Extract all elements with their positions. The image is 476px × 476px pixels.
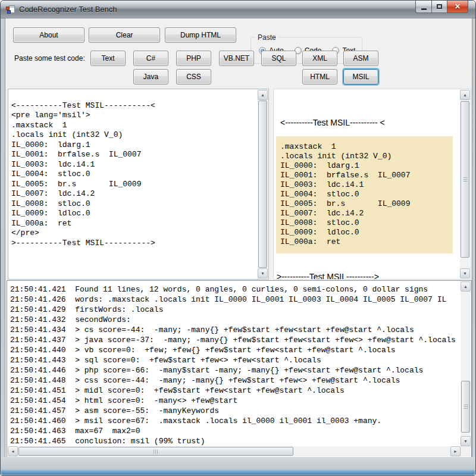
paste-button-sql[interactable]: SQL (261, 51, 296, 66)
app-icon (6, 5, 15, 14)
log-text: 21:50:41.421 Found 11 lines, 12 words, 0… (10, 284, 456, 446)
maximize-icon (437, 4, 442, 9)
arrow-up-icon: ▲ (463, 93, 467, 97)
scroll-up-button[interactable]: ▲ (460, 90, 470, 100)
paste-button-html[interactable]: HTML (302, 69, 337, 84)
scroll-up-button[interactable]: ▲ (461, 281, 471, 292)
close-button[interactable]: ✕ (447, 1, 468, 13)
clear-button[interactable]: Clear (89, 27, 160, 43)
arrow-down-icon: ▼ (261, 271, 265, 275)
paste-button-php[interactable]: PHP (176, 51, 211, 66)
preview-highlight-block: .maxstack 1 .locals init (int32 V_0) IL_… (276, 136, 453, 253)
scroll-thumb[interactable] (461, 381, 470, 433)
arrow-left-icon: ◄ (11, 449, 15, 453)
paste-button-xml[interactable]: XML (302, 51, 337, 66)
paste-button-msil[interactable]: MSIL (343, 69, 378, 84)
thumb-grip-icon (464, 405, 468, 409)
thumb-grip-icon (463, 177, 467, 182)
client-area: About Clear Dump HTML Paste Auto Code Te… (5, 18, 472, 458)
titlebar[interactable]: CodeRecognizer Test Bench ✕ (1, 1, 475, 18)
arrow-down-icon: ▼ (463, 271, 467, 275)
html-preview-panel: <----------Test MSIL---------- < .maxsta… (273, 89, 471, 280)
left-editor-text: <----------Test MSIL----------< <pre lan… (11, 91, 155, 248)
paste-section-label: Paste some test code: (14, 54, 85, 62)
arrow-up-icon: ▲ (464, 284, 468, 289)
scroll-down-button[interactable]: ▼ (461, 436, 471, 446)
scroll-thumb[interactable] (18, 447, 293, 456)
maximize-button[interactable] (431, 1, 447, 13)
scroll-down-button[interactable]: ▼ (460, 268, 470, 278)
preview-scrollbar[interactable]: ▲ ▼ (460, 90, 470, 278)
arrow-up-icon: ▲ (261, 93, 265, 97)
app-window: CodeRecognizer Test Bench ✕ About Clear … (0, 0, 476, 476)
window-title: CodeRecognizer Test Bench (19, 5, 117, 14)
code-input-textarea[interactable]: <----------Test MSIL----------< <pre lan… (8, 89, 269, 280)
paste-button-csharp[interactable]: C# (133, 51, 168, 66)
arrow-right-icon: ► (453, 449, 458, 453)
paste-group-label: Paste (256, 33, 278, 42)
paste-button-text[interactable]: Text (90, 51, 126, 66)
paste-button-asm[interactable]: ASM (343, 51, 378, 66)
scroll-thumb[interactable] (461, 101, 469, 258)
paste-button-vbnet[interactable]: VB.NET (219, 51, 254, 66)
log-output-panel[interactable]: 21:50:41.421 Found 11 lines, 12 words, 0… (7, 280, 472, 458)
scroll-right-button[interactable]: ► (450, 446, 461, 456)
paste-button-css[interactable]: CSS (176, 69, 211, 84)
scroll-down-button[interactable]: ▼ (258, 268, 268, 278)
paste-button-java[interactable]: Java (133, 69, 168, 84)
scroll-thumb[interactable] (258, 101, 267, 268)
preview-header-text: <----------Test MSIL---------- < (280, 118, 385, 127)
window-controls: ✕ (415, 1, 468, 13)
arrow-down-icon: ▼ (464, 439, 468, 443)
about-button[interactable]: About (13, 27, 84, 43)
preview-code: .maxstack 1 .locals init (int32 V_0) IL_… (280, 142, 453, 247)
thumb-grip-icon (154, 449, 158, 453)
log-vertical-scrollbar[interactable]: ▲ ▼ (461, 281, 471, 446)
left-editor-scrollbar[interactable]: ▲ ▼ (258, 90, 268, 278)
dump-html-button[interactable]: Dump HTML (165, 27, 236, 43)
window-bottom-edge (1, 469, 475, 475)
scroll-left-button[interactable]: ◄ (8, 446, 18, 456)
log-horizontal-scrollbar[interactable]: ◄ ► (8, 446, 461, 456)
window-bottom-frame (1, 457, 475, 475)
minimize-icon (421, 8, 427, 10)
preview-footer-text: >----------Test MSIL----------> (277, 272, 379, 280)
scroll-up-button[interactable]: ▲ (258, 90, 268, 100)
minimize-button[interactable] (415, 1, 431, 13)
close-icon: ✕ (455, 3, 461, 10)
scrollbar-corner (461, 446, 471, 456)
